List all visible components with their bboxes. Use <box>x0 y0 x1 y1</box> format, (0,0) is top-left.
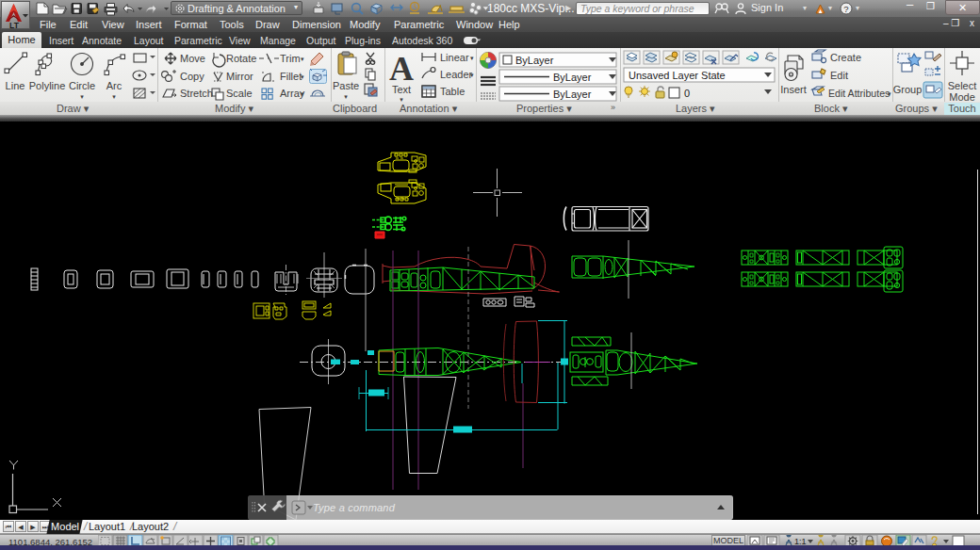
svg-text:Move: Move <box>180 53 205 64</box>
svg-text:▾: ▾ <box>470 55 474 61</box>
svg-text:▾: ▾ <box>80 93 84 100</box>
svg-text:▾: ▾ <box>301 56 304 62</box>
svg-text:▾: ▾ <box>888 90 891 97</box>
svg-text:Scale: Scale <box>226 88 253 99</box>
svg-text:Mirror: Mirror <box>226 71 253 82</box>
svg-text:LT: LT <box>9 21 20 29</box>
svg-text:ByLayer: ByLayer <box>515 55 554 66</box>
svg-text:Edit: Edit <box>830 70 848 81</box>
svg-text:Text: Text <box>392 84 411 95</box>
svg-text:Table: Table <box>440 86 465 97</box>
svg-text:Edit Attributes: Edit Attributes <box>828 88 890 99</box>
svg-text:ByLayer: ByLayer <box>553 89 592 100</box>
svg-text:Leader: Leader <box>440 69 473 80</box>
svg-text:Paste: Paste <box>333 80 359 91</box>
svg-text:▾: ▾ <box>470 72 474 78</box>
svg-text:0: 0 <box>684 88 690 99</box>
svg-text:▾: ▾ <box>112 93 116 100</box>
svg-text:Group: Group <box>893 84 923 95</box>
svg-text:?: ? <box>843 4 848 14</box>
svg-text:Arc: Arc <box>106 80 122 91</box>
svg-text:Polyline: Polyline <box>29 80 66 91</box>
svg-text:Mode: Mode <box>949 91 975 102</box>
svg-text:Unsaved Layer State: Unsaved Layer State <box>629 70 726 81</box>
svg-text:▾: ▾ <box>301 73 304 80</box>
svg-text:Linear: Linear <box>440 52 469 63</box>
svg-text:ByLayer: ByLayer <box>553 72 592 83</box>
svg-text:▾: ▾ <box>344 93 348 100</box>
svg-text:Rotate: Rotate <box>226 53 256 64</box>
svg-text:Trim: Trim <box>280 53 301 64</box>
svg-text:Stretch: Stretch <box>180 88 213 99</box>
svg-text:Copy: Copy <box>180 71 204 82</box>
svg-text:Type a command: Type a command <box>313 502 396 513</box>
svg-text:▾: ▾ <box>301 90 304 97</box>
svg-text:Circle: Circle <box>69 80 95 91</box>
svg-text:Fillet: Fillet <box>280 71 302 82</box>
svg-text:Insert: Insert <box>780 84 807 95</box>
svg-text:Line: Line <box>6 80 25 91</box>
svg-text:A: A <box>389 50 414 88</box>
svg-text:Select: Select <box>948 80 977 91</box>
svg-text:Create: Create <box>830 52 861 63</box>
